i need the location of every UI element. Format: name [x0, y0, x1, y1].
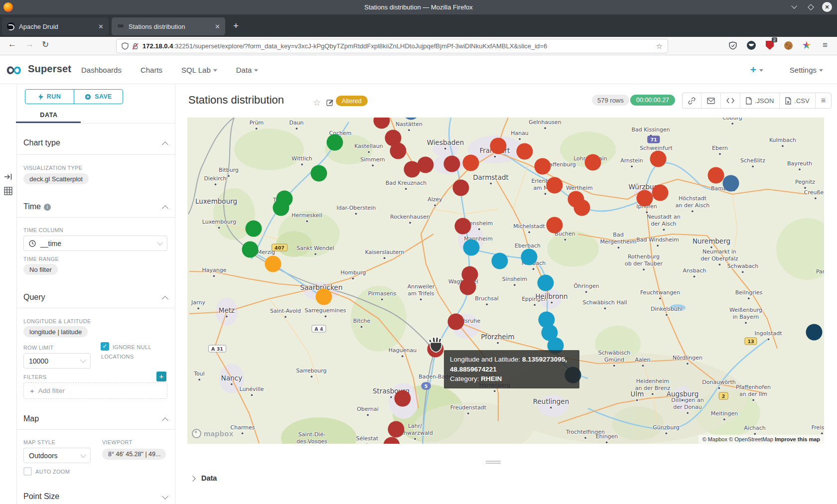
embed-code-button[interactable] [720, 93, 740, 108]
add-filter-plus-button[interactable]: + [156, 372, 166, 381]
lonlat-value[interactable]: longitude | latitude [23, 326, 88, 337]
row-limit-select[interactable]: 10000 [23, 353, 91, 369]
section-query[interactable]: Query [23, 293, 45, 302]
map-point[interactable] [273, 200, 289, 216]
superset-logo[interactable]: ∞ [6, 59, 21, 79]
map-point[interactable] [390, 143, 407, 159]
cookie-extension-icon[interactable] [783, 40, 794, 51]
superset-brand[interactable]: Superset [28, 63, 71, 75]
tab-close-icon[interactable]: ✕ [93, 23, 104, 30]
chart-menu-button[interactable]: ≡ [815, 93, 831, 108]
map-point[interactable] [517, 143, 533, 160]
map-point[interactable] [585, 154, 601, 171]
map-point[interactable] [246, 221, 262, 237]
map-point[interactable] [723, 175, 739, 192]
map-point[interactable] [455, 218, 471, 235]
ublock-icon[interactable]: 2 [764, 40, 775, 51]
maximize-button[interactable] [806, 2, 816, 12]
run-button[interactable]: RUN [25, 90, 74, 104]
data-panel-header[interactable] [175, 471, 837, 491]
add-new-icon[interactable]: + [750, 64, 756, 76]
map-point[interactable] [311, 165, 327, 182]
altered-badge[interactable]: Altered [336, 96, 368, 106]
browser-menu-icon[interactable]: ≡ [820, 40, 831, 51]
map-point[interactable] [492, 253, 508, 269]
export-json-button[interactable]: .JSON [740, 93, 779, 108]
map-point[interactable] [460, 279, 476, 295]
map-point[interactable] [327, 134, 343, 151]
section-map[interactable]: Map [23, 414, 39, 423]
tab-data[interactable]: DATA [17, 109, 81, 119]
bookmark-star-icon[interactable]: ☆ [656, 42, 663, 51]
map-point[interactable] [444, 156, 460, 172]
map-point[interactable] [316, 289, 332, 305]
viewport-value[interactable]: 8° 46' 45.28" | 49... [102, 449, 166, 460]
tab-close-icon[interactable]: ✕ [210, 23, 220, 30]
url-bar[interactable]: 172.18.0.4:32251/superset/explore/?form_… [116, 39, 668, 53]
colorful-extension-icon[interactable] [801, 40, 812, 51]
section-chart-type[interactable]: Chart type [23, 138, 60, 147]
map-point[interactable] [265, 256, 281, 272]
map-point[interactable] [538, 275, 554, 291]
map-point[interactable] [453, 180, 469, 196]
save-button[interactable]: SAVE [74, 90, 123, 104]
tracking-shield-icon[interactable] [122, 42, 129, 50]
map-point[interactable] [521, 249, 538, 265]
improve-map-link[interactable]: Improve this map [775, 436, 820, 442]
map-point[interactable] [242, 242, 259, 258]
insecure-lock-icon[interactable] [132, 43, 139, 50]
favorite-star-icon[interactable]: ☆ [313, 97, 321, 108]
shield-extension-icon[interactable] [727, 40, 738, 51]
panel-drag-handle[interactable] [486, 461, 501, 462]
map-point[interactable] [708, 167, 724, 184]
section-point-size[interactable]: Point Size [23, 492, 59, 501]
map-point[interactable] [463, 155, 479, 171]
map-point[interactable] [388, 421, 405, 438]
map-point[interactable] [463, 240, 480, 256]
share-link-button[interactable] [683, 93, 701, 108]
back-button[interactable]: ← [8, 39, 16, 49]
email-button[interactable] [701, 93, 720, 108]
map-point[interactable] [650, 151, 667, 167]
map-point[interactable] [395, 390, 411, 407]
expand-datasource-icon[interactable] [4, 173, 13, 181]
tab-apache-druid[interactable]: Apache Druid ✕ [2, 17, 109, 35]
map-point[interactable] [535, 158, 551, 175]
auto-zoom-checkbox[interactable] [23, 467, 32, 476]
map-point[interactable] [574, 200, 590, 216]
nav-item-charts[interactable]: Charts [140, 66, 162, 74]
add-filter-box[interactable]: + Add filter [23, 382, 167, 399]
deckgl-map[interactable]: PrümDaunCochemNastättenGelnhausenBad Kis… [187, 118, 824, 444]
nav-item-sql-lab[interactable]: SQL Lab [181, 66, 217, 74]
map-point[interactable] [418, 157, 434, 173]
map-point[interactable] [547, 217, 563, 234]
map-point[interactable] [490, 138, 507, 154]
map-point[interactable] [547, 177, 563, 194]
auto-zoom-label: AUTO ZOOM [35, 469, 70, 475]
map-point[interactable] [806, 324, 823, 341]
ignore-null-checkbox[interactable]: ✓ [101, 342, 109, 351]
edit-title-icon[interactable] [326, 99, 334, 108]
tab-stations-distribution[interactable]: ∞ Stations distribution ✕ [112, 17, 225, 35]
map-point[interactable] [637, 190, 653, 207]
time-column-select[interactable]: __time [23, 236, 167, 251]
time-range-value[interactable]: No filter [23, 264, 58, 275]
map-point[interactable] [652, 185, 669, 201]
export-csv-button[interactable]: .CSV [779, 93, 815, 108]
viz-type-value[interactable]: deck.gl Scatterplot [23, 173, 89, 184]
nav-item-data[interactable]: Data [236, 66, 259, 74]
superset-favicon: ∞ [117, 22, 125, 30]
nav-item-dashboards[interactable]: Dashboards [81, 66, 122, 74]
mask-extension-icon[interactable] [746, 40, 757, 51]
map-point[interactable] [448, 314, 464, 330]
close-button[interactable]: ✕ [822, 2, 832, 12]
section-time[interactable]: Timei [23, 202, 51, 211]
dataset-grid-icon[interactable] [4, 187, 12, 195]
new-tab-button[interactable]: + [233, 20, 239, 31]
mapbox-logo[interactable]: mapbox [192, 429, 233, 438]
map-style-select[interactable]: Outdoors [23, 448, 91, 463]
reload-button[interactable]: ↻ [42, 39, 49, 50]
forward-button[interactable]: → [25, 39, 34, 49]
settings-menu[interactable]: Settings [790, 66, 823, 74]
minimize-button[interactable] [789, 2, 799, 12]
